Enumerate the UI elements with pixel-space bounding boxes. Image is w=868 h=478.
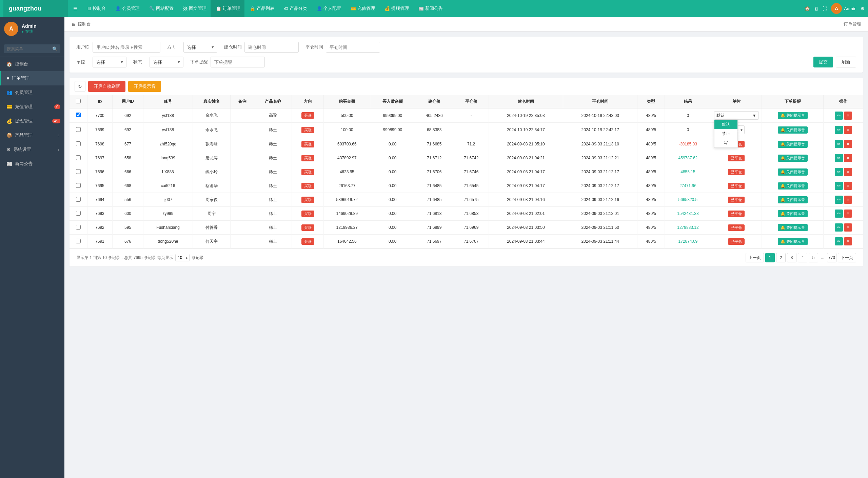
delete-button[interactable]: ✕ (844, 140, 852, 148)
edit-button[interactable]: ✏ (835, 182, 843, 190)
nav-personal[interactable]: 👤 个人配置 (311, 0, 345, 17)
select-all-checkbox[interactable] (76, 99, 81, 103)
open-alert-button[interactable]: 开启提示音 (128, 81, 161, 92)
edit-button[interactable]: ✏ (835, 140, 843, 148)
page-4-button[interactable]: 4 (798, 253, 807, 262)
dropdown-item-write[interactable]: 写 (714, 138, 737, 147)
prev-page-button[interactable]: 上一页 (746, 253, 764, 262)
page-770-button[interactable]: 770 (827, 253, 836, 262)
row-checkbox[interactable] (76, 155, 81, 160)
nav-news[interactable]: 📰 新闻公告 (413, 0, 447, 17)
trash-icon[interactable]: 🗑 (814, 6, 818, 11)
auto-refresh-button[interactable]: 开启自动刷新 (88, 81, 125, 92)
open-time-input[interactable] (244, 42, 299, 53)
row-reminder: 🔔 关闭提示音 (762, 221, 824, 235)
nav-order-mgmt[interactable]: 📋 订单管理 (211, 0, 244, 17)
edit-button[interactable]: ✏ (835, 196, 843, 204)
sidebar-item-member[interactable]: 👥 会员管理 (0, 85, 64, 100)
close-reminder-button[interactable]: 🔔 关闭提示音 (778, 141, 808, 148)
next-page-button[interactable]: 下一页 (838, 253, 856, 262)
delete-button[interactable]: ✕ (844, 112, 852, 120)
close-reminder-button[interactable]: 🔔 关闭提示音 (778, 210, 808, 217)
edit-button[interactable]: ✏ (835, 168, 843, 176)
delete-button[interactable]: ✕ (844, 168, 852, 176)
refresh-filter-button[interactable]: 刷新 (836, 57, 856, 67)
nav-recharge[interactable]: 💳 充值管理 (345, 0, 379, 17)
row-checkbox[interactable] (76, 127, 81, 132)
userid-input[interactable] (93, 42, 160, 53)
nav-member[interactable]: 👤 会员管理 (110, 0, 144, 17)
delete-button[interactable]: ✕ (844, 126, 852, 134)
dropdown-item-default[interactable]: 默认 (714, 120, 737, 129)
edit-button[interactable]: ✏ (835, 223, 843, 232)
close-reminder-button[interactable]: 🔔 关闭提示音 (778, 168, 808, 176)
delete-button[interactable]: ✕ (844, 196, 852, 204)
home-icon[interactable]: 🏠 (805, 6, 810, 11)
row-userid: 692 (113, 123, 143, 137)
page-3-button[interactable]: 3 (787, 253, 796, 262)
row-direction: 买涨 (292, 151, 324, 165)
user-area[interactable]: A Admin (831, 3, 856, 14)
edit-button[interactable]: ✏ (835, 126, 843, 134)
close-reminder-button[interactable]: 🔔 关闭提示音 (778, 126, 808, 134)
row-checkbox[interactable] (76, 239, 81, 243)
sidebar-item-product[interactable]: 📦 产品管理 ‹ (0, 128, 64, 142)
logo-text: guangzhou (9, 5, 41, 12)
close-reminder-button[interactable]: 🔔 关闭提示音 (778, 155, 808, 162)
nav-dashboard[interactable]: 🖥 控制台 (81, 0, 110, 17)
bell-icon: 🔔 (781, 128, 785, 132)
sidebar-item-recharge[interactable]: 💳 充值管理 0 (0, 100, 64, 114)
row-checkbox[interactable] (76, 113, 81, 117)
nav-product-cat[interactable]: 🏷 产品分类 (278, 0, 311, 17)
per-page-select[interactable]: 10 20 50 (175, 254, 190, 261)
single-select[interactable]: 选择 默认 禁止 (93, 57, 126, 67)
page-2-button[interactable]: 2 (776, 253, 786, 262)
order-reminder-input[interactable] (211, 57, 265, 67)
delete-button[interactable]: ✕ (844, 210, 852, 218)
sidebar-item-order[interactable]: ≡ 订单管理 (0, 71, 64, 85)
nav-product-list[interactable]: 🔒 产品列表 (244, 0, 278, 17)
close-reminder-button[interactable]: 🔔 关闭提示音 (778, 196, 808, 203)
sidebar-item-dashboard[interactable]: 🏠 控制台 (0, 57, 64, 71)
row-open-price: 71.6813 (415, 207, 454, 221)
nav-menu-toggle[interactable]: ☰ (68, 0, 81, 17)
close-time-input[interactable] (326, 42, 380, 53)
fullscreen-icon[interactable]: ⛶ (823, 6, 827, 11)
delete-button[interactable]: ✕ (844, 182, 852, 190)
close-reminder-button[interactable]: 🔔 关闭提示音 (778, 238, 808, 245)
edit-button[interactable]: ✏ (835, 237, 843, 245)
row-checkbox[interactable] (76, 169, 81, 174)
dropdown-item-disable[interactable]: 禁止 (714, 129, 737, 138)
row-checkbox[interactable] (76, 141, 81, 146)
row-checkbox[interactable] (76, 211, 81, 216)
status-select[interactable]: 选择 已平仓 持仓中 (150, 57, 183, 67)
table-refresh-button[interactable]: ↻ (75, 81, 85, 92)
close-reminder-button[interactable]: 🔔 关闭提示音 (778, 224, 808, 231)
sidebar-item-news[interactable]: 📰 新闻公告 (0, 157, 64, 171)
page-5-button[interactable]: 5 (809, 253, 818, 262)
sidebar-item-system[interactable]: ⚙ 系统设置 ‹ (0, 142, 64, 157)
sidebar-item-withdraw[interactable]: 💰 提现管理 45 (0, 114, 64, 128)
edit-button[interactable]: ✏ (835, 112, 843, 120)
page-1-button[interactable]: 1 (765, 253, 775, 262)
delete-button[interactable]: ✕ (844, 223, 852, 232)
nav-site-config[interactable]: 🔧 网站配置 (144, 0, 178, 17)
row-checkbox[interactable] (76, 197, 81, 202)
direction-select[interactable]: 选择 买入 卖出 (183, 42, 217, 53)
row-checkbox-cell (70, 108, 87, 123)
more-icon[interactable]: ⚙ (861, 6, 865, 11)
submit-button[interactable]: 提交 (813, 57, 833, 67)
delete-button[interactable]: ✕ (844, 154, 852, 162)
nav-withdraw[interactable]: 💰 提现管理 (379, 0, 413, 17)
delete-button[interactable]: ✕ (844, 237, 852, 245)
nav-image-mgmt[interactable]: 🖼 图文管理 (178, 0, 211, 17)
edit-button[interactable]: ✏ (835, 154, 843, 162)
close-reminder-button[interactable]: 🔔 关闭提示音 (778, 182, 808, 190)
row-type: 480/5 (637, 235, 665, 248)
row-checkbox[interactable] (76, 183, 81, 188)
dashboard-menu-icon: 🏠 (6, 61, 12, 67)
edit-button[interactable]: ✏ (835, 210, 843, 218)
close-reminder-button[interactable]: 🔔 关闭提示音 (778, 112, 808, 119)
row-checkbox[interactable] (76, 225, 81, 230)
single-control-select[interactable]: 默认 ▼ (714, 111, 759, 120)
